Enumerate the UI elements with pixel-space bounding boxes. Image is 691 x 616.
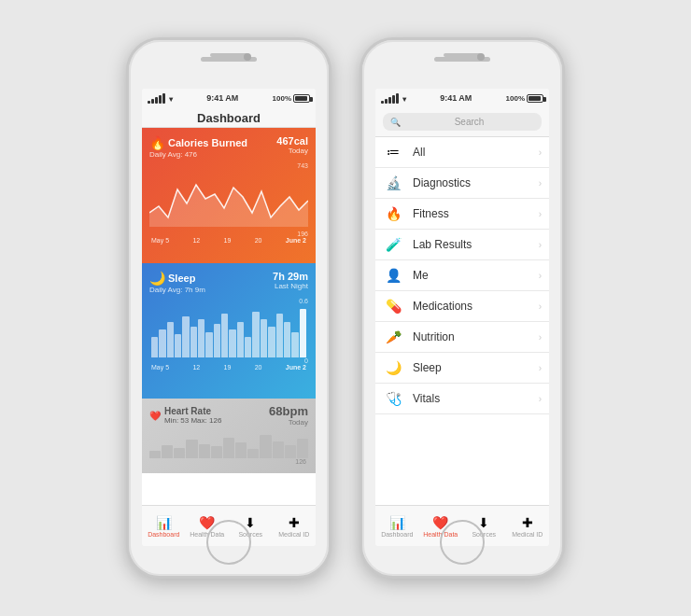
list-item-all[interactable]: ≔ All ›: [375, 137, 549, 168]
tab-sources-icon-1: ⬇: [245, 515, 256, 530]
tab-dashboard-1[interactable]: 📊 Dashboard: [142, 506, 186, 546]
tab-medical-icon-1: ✚: [289, 515, 300, 530]
list-item-vitals[interactable]: 🩺 Vitals ›: [375, 384, 549, 414]
list-item-medications[interactable]: 💊 Medications ›: [375, 291, 549, 322]
list-item-nutrition[interactable]: 🥕 Nutrition ›: [375, 322, 549, 353]
vitals-label: Vitals: [413, 392, 529, 405]
medications-icon: 💊: [383, 299, 403, 314]
heart-bar: [285, 445, 296, 458]
sleep-y-max: 0.6: [149, 298, 308, 304]
lab-results-chevron: ›: [539, 240, 542, 250]
sleep-bar: [237, 322, 244, 358]
signal-bar: [151, 99, 154, 104]
screen-1: ▾ 9:41 AM 100% Dashboard 🔥 Calories Burn…: [142, 89, 316, 546]
tab-medical-2[interactable]: ✚ Medical ID: [506, 506, 550, 546]
heart-bar: [247, 449, 259, 458]
sleep-bar: [167, 322, 174, 358]
battery-fill-1: [295, 96, 307, 101]
tab-dashboard-2[interactable]: 📊 Dashboard: [375, 506, 419, 546]
tab-sources-icon-2: ⬇: [478, 515, 489, 530]
tab-sources-1[interactable]: ⬇ Sources: [229, 506, 273, 546]
calories-chart: [149, 171, 308, 227]
me-label: Me: [413, 269, 529, 282]
sleep-bar: [175, 334, 181, 357]
heart-icon: ❤️: [149, 411, 161, 421]
search-icon: 🔍: [390, 118, 401, 127]
fitness-label: Fitness: [413, 207, 529, 220]
list-item-sleep[interactable]: 🌙 Sleep ›: [375, 353, 549, 384]
sleep-dates: May 5 12 19 20 June 2: [149, 364, 308, 371]
list-item-lab-results[interactable]: 🧪 Lab Results ›: [375, 230, 549, 260]
calories-left: 🔥 Calories Burned Daily Avg: 476: [149, 135, 247, 159]
sleep-sub-left: Daily Avg: 7h 9m: [149, 286, 205, 294]
list-item-diagnostics[interactable]: 🔬 Diagnostics ›: [375, 168, 549, 199]
sleep-icon-list: 🌙: [383, 360, 403, 375]
signal-bar: [162, 93, 165, 104]
speaker-2: [444, 53, 481, 57]
heart-bar: [186, 440, 197, 458]
calories-sub-left: Daily Avg: 476: [149, 150, 247, 159]
sleep-bar: [252, 312, 259, 358]
medications-label: Medications: [413, 300, 529, 313]
sleep-bar: [151, 337, 158, 357]
sleep-bar: [284, 322, 290, 358]
heart-bar: [199, 444, 210, 458]
heart-bars: [142, 432, 316, 458]
search-bar: 🔍 Search: [375, 107, 549, 137]
sleep-bars: [149, 306, 308, 357]
tab-medical-1[interactable]: ✚ Medical ID: [273, 506, 317, 546]
list-item-me[interactable]: 👤 Me ›: [375, 260, 549, 291]
time-1: 9:41 AM: [206, 93, 238, 103]
calories-icon: 🔥: [149, 135, 165, 150]
phone-2: ▾ 9:41 AM 100% 🔍 Search ≔ All ›: [360, 37, 565, 579]
heart-left: ❤️ Heart Rate Min: 53 Max: 126: [149, 404, 221, 427]
fitness-icon: 🔥: [383, 206, 403, 221]
sleep-header: 🌙 Sleep Daily Avg: 7h 9m 7h 29m Last Nig…: [142, 263, 316, 296]
tab-health-1[interactable]: ❤️ Health Data: [186, 506, 230, 546]
tab-health-label-2: Health Data: [423, 531, 458, 538]
battery-icon-2: [527, 94, 543, 103]
health-list: ≔ All › 🔬 Diagnostics › 🔥 Fitness › 🧪 La…: [375, 137, 549, 505]
heart-stats: Min: 53 Max: 126: [164, 416, 221, 425]
tab-health-2[interactable]: ❤️ Health Data: [419, 506, 463, 546]
sleep-bar: [205, 332, 212, 358]
camera-2: [477, 53, 485, 61]
heart-card: ❤️ Heart Rate Min: 53 Max: 126 68bpm Tod…: [142, 399, 316, 473]
heart-title: Heart Rate: [164, 406, 221, 416]
medications-chevron: ›: [539, 301, 542, 312]
speaker: [210, 53, 247, 57]
sleep-chevron: ›: [539, 363, 542, 373]
search-input-container[interactable]: 🔍 Search: [383, 113, 542, 131]
heart-bar: [162, 445, 173, 458]
sleep-left: 🌙 Sleep Daily Avg: 7h 9m: [149, 271, 205, 294]
phone-1: ▾ 9:41 AM 100% Dashboard 🔥 Calories Burn…: [126, 37, 331, 579]
nutrition-label: Nutrition: [413, 330, 529, 343]
list-item-fitness[interactable]: 🔥 Fitness ›: [375, 199, 549, 230]
tab-dashboard-label-1: Dashboard: [148, 531, 179, 538]
nutrition-chevron: ›: [539, 332, 542, 343]
page-title-1: Dashboard: [142, 107, 316, 128]
tab-sources-2[interactable]: ⬇ Sources: [462, 506, 506, 546]
vitals-icon: 🩺: [383, 391, 403, 406]
sleep-right: 7h 29m Last Night: [273, 271, 308, 290]
heart-value: 68bpm: [269, 404, 308, 418]
signal-bar: [159, 95, 162, 104]
sleep-value: 7h 29m: [273, 271, 308, 282]
sleep-card: 🌙 Sleep Daily Avg: 7h 9m 7h 29m Last Nig…: [142, 263, 316, 399]
tab-sources-label-2: Sources: [472, 531, 496, 538]
battery-pct-1: 100%: [273, 94, 291, 103]
calories-y-max: 743: [149, 162, 308, 169]
signal-bar: [155, 97, 158, 104]
tab-health-icon-1: ❤️: [199, 515, 215, 530]
heart-right: 68bpm Today: [269, 404, 308, 427]
heart-bar: [149, 451, 161, 458]
all-chevron: ›: [539, 147, 542, 158]
battery-pct-2: 100%: [506, 94, 525, 103]
battery-icon-1: [293, 94, 310, 103]
calories-value: 467cal: [276, 135, 308, 147]
all-label: All: [413, 146, 529, 159]
tab-bar-1: 📊 Dashboard ❤️ Health Data ⬇ Sources ✚ M…: [142, 505, 316, 546]
wifi-icon: ▾: [169, 95, 173, 104]
sleep-sub-right: Last Night: [273, 282, 308, 290]
sleep-bar: [245, 337, 251, 357]
